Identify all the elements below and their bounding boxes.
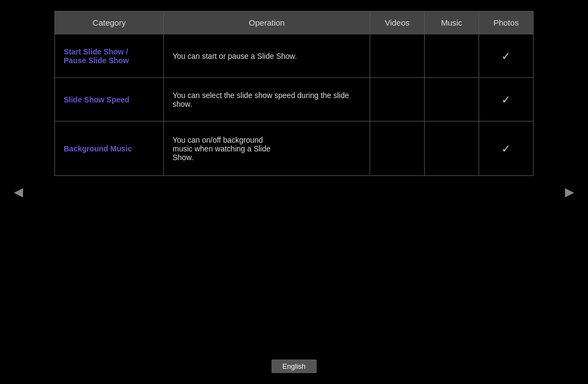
table-row: Background Music You can on/off backgrou… bbox=[55, 121, 534, 176]
language-button[interactable]: English bbox=[272, 359, 317, 373]
table-row: Start Slide Show /Pause Slide Show You c… bbox=[55, 34, 534, 78]
operation-bg-music: You can on/off backgroundmusic when watc… bbox=[164, 121, 370, 176]
videos-check-start-slide bbox=[370, 34, 425, 78]
category-start-slide: Start Slide Show /Pause Slide Show bbox=[55, 34, 164, 78]
header-operation: Operation bbox=[164, 11, 370, 34]
table-row: Slide Show Speed You can select the slid… bbox=[55, 78, 534, 121]
nav-right-arrow[interactable]: ► bbox=[562, 184, 577, 201]
photos-check-start-slide: ✓ bbox=[479, 34, 534, 78]
nav-left-arrow[interactable]: ◄ bbox=[11, 184, 26, 201]
category-speed: Slide Show Speed bbox=[55, 78, 164, 121]
operation-start-slide: You can start or pause a Slide Show. bbox=[164, 34, 370, 78]
music-check-speed bbox=[425, 78, 479, 121]
checkmark-icon: ✓ bbox=[501, 50, 511, 62]
checkmark-icon: ✓ bbox=[501, 143, 511, 155]
checkmark-icon: ✓ bbox=[501, 94, 511, 106]
photos-check-speed: ✓ bbox=[479, 78, 534, 121]
music-check-start-slide bbox=[425, 34, 479, 78]
music-check-bg-music bbox=[425, 121, 479, 176]
category-bg-music: Background Music bbox=[55, 121, 164, 176]
header-music: Music bbox=[425, 11, 479, 34]
language-bar: English bbox=[272, 359, 317, 373]
header-videos: Videos bbox=[370, 11, 425, 34]
features-table: Category Operation Videos Music Photos S… bbox=[54, 11, 534, 176]
videos-check-bg-music bbox=[370, 121, 425, 176]
videos-check-speed bbox=[370, 78, 425, 121]
photos-check-bg-music: ✓ bbox=[479, 121, 534, 176]
header-category: Category bbox=[55, 11, 164, 34]
header-photos: Photos bbox=[479, 11, 534, 34]
main-table-container: Category Operation Videos Music Photos S… bbox=[54, 11, 534, 176]
operation-speed: You can select the slide show speed duri… bbox=[164, 78, 370, 121]
